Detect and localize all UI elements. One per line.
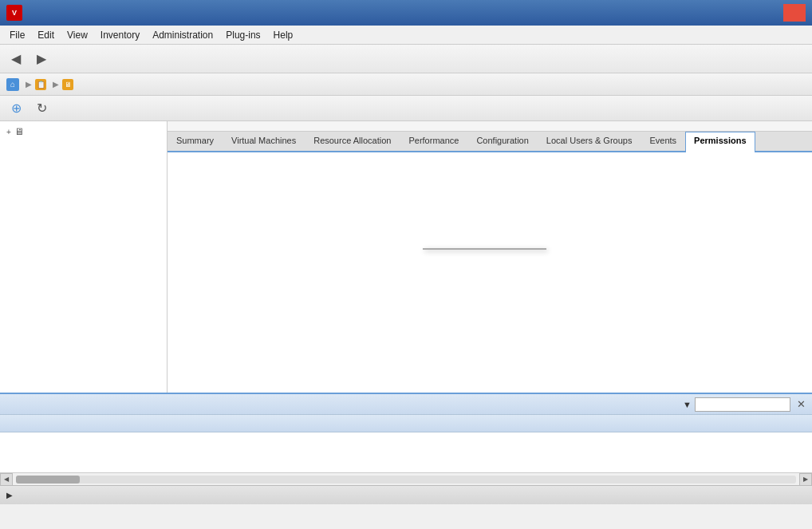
add-icon[interactable]: ⊕ [5, 97, 27, 120]
scroll-thumb[interactable] [16, 476, 80, 484]
inventory-icon-2: 🖥 [62, 79, 73, 90]
forward-button[interactable]: ▶ [30, 48, 53, 70]
titlebar-left: V [6, 5, 22, 21]
server-icon: 🖥 [14, 126, 24, 137]
menu-item-administration[interactable]: Administration [146, 28, 219, 42]
close-button[interactable] [783, 4, 806, 22]
menu-item-file[interactable]: File [3, 28, 31, 42]
refresh-icon[interactable]: ↻ [30, 97, 53, 120]
tree-expand-icon: + [6, 128, 11, 136]
inventory-icon-1: 📋 [35, 79, 46, 90]
filter-input[interactable] [695, 397, 790, 412]
maximize-button[interactable] [759, 4, 782, 22]
titlebar-controls [735, 4, 806, 22]
back-button[interactable]: ◀ [5, 48, 27, 70]
tab-summary[interactable]: Summary [168, 132, 223, 151]
left-panel: + 🖥 [0, 121, 168, 393]
scroll-right-btn[interactable]: ▶ [799, 473, 812, 486]
menu-item-inventory[interactable]: Inventory [94, 28, 146, 42]
menu-item-help[interactable]: Help [267, 28, 300, 42]
context-menu [423, 248, 546, 250]
scroll-track[interactable] [16, 476, 796, 484]
tasks-status-btn[interactable]: ▶ [6, 491, 16, 499]
tab-performance[interactable]: Performance [400, 132, 467, 151]
recent-tasks-panel: ▼ ✕ [0, 393, 812, 472]
breadcrumb: ⌂ ▶ 📋 ▶ 🖥 [0, 73, 812, 96]
tab-configuration[interactable]: Configuration [467, 132, 537, 151]
secondary-toolbar: ⊕ ↻ [0, 96, 812, 121]
app-logo: V [6, 5, 22, 21]
tasks-table-header [0, 415, 812, 432]
menubar: FileEditViewInventoryAdministrationPlug-… [0, 26, 812, 45]
tab-virtual-machines[interactable]: Virtual Machines [223, 132, 305, 151]
menu-item-plug-ins[interactable]: Plug-ins [219, 28, 266, 42]
tabs-bar: SummaryVirtual MachinesResource Allocati… [168, 132, 812, 152]
close-tasks-button[interactable]: ✕ [797, 398, 806, 410]
horizontal-scrollbar[interactable]: ◀ ▶ [0, 472, 812, 485]
tab-permissions[interactable]: Permissions [685, 132, 755, 152]
tasks-header: ▼ ✕ [0, 394, 812, 415]
menu-item-edit[interactable]: Edit [31, 28, 61, 42]
statusbar: ▶ [0, 485, 812, 504]
toolbar: ◀ ▶ [0, 45, 812, 73]
table-area [168, 152, 812, 393]
right-panel: SummaryVirtual MachinesResource Allocati… [168, 121, 812, 393]
breadcrumb-sep-1: ▶ [26, 80, 32, 89]
tab-resource-allocation[interactable]: Resource Allocation [305, 132, 400, 151]
minimize-button[interactable] [735, 4, 758, 22]
menu-item-view[interactable]: View [61, 28, 94, 42]
scroll-left-btn[interactable]: ◀ [0, 473, 13, 486]
tab-local-users--groups[interactable]: Local Users & Groups [538, 132, 641, 151]
tasks-filter: ▼ ✕ [680, 397, 806, 412]
host-header [168, 121, 812, 132]
home-icon: ⌂ [6, 78, 19, 91]
tasks-body [0, 432, 812, 472]
tab-events[interactable]: Events [641, 132, 685, 151]
main-content: + 🖥 SummaryVirtual MachinesResource Allo… [0, 121, 812, 393]
tree-item-server[interactable]: + 🖥 [3, 124, 164, 139]
breadcrumb-sep-2: ▶ [53, 80, 59, 89]
titlebar: V [0, 0, 812, 26]
